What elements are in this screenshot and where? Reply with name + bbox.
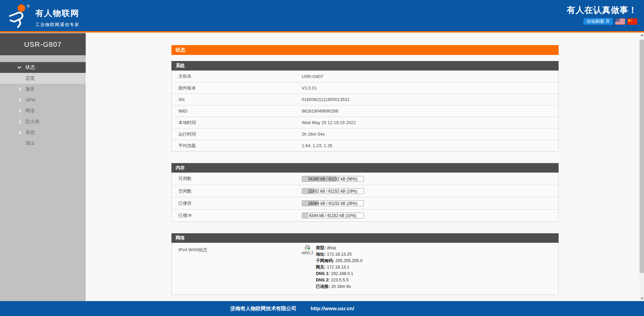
row-value: Wed May 25 12:19:19 2022 [302,120,356,125]
row-label: 已缓存 [172,200,302,206]
page-title: 状态 [171,45,559,55]
row-value: 1.64, 1.23, 1.25 [302,143,332,148]
memory-progress-bar: 11852 kB / 61152 kB (19%) [302,188,364,194]
cn-flag-icon[interactable] [627,18,637,25]
memory-progress-text: 6344 kB / 61152 kB (10%) [302,213,363,218]
scrollbar[interactable] [640,33,644,301]
row-label: IMEI [172,108,302,114]
row-value: V1.0.01 [302,85,317,91]
usr-person-logo-icon: ® [7,3,31,28]
sidebar-item-label: 防火墙 [25,119,40,125]
detail-value: 172.16.13.25 [327,252,352,257]
section-memory: 内存 可用数 34280 kB / 61152 kB (56%) 空闲数 118… [171,163,559,222]
sidebar-item-status[interactable]: 状态 [0,62,86,73]
section-network: 网络 IPv4 WAN状态 [171,233,559,295]
table-row: 固件版本 V1.0.01 [172,82,558,94]
row-label: 可用数 [172,176,302,182]
auto-refresh-toggle[interactable]: 自动刷新 开 [583,18,613,25]
sidebar-item-label: 状态 [25,64,35,71]
wan-detail-line: 已连接: 2h 16m 8s [316,283,362,290]
sidebar-item-label: 总览 [25,75,35,81]
section-memory-title: 内存 [171,163,559,173]
chevron-icon [17,87,21,91]
detail-label: 子网掩码: [316,258,334,263]
detail-label: 已连接: [316,284,330,289]
row-value: 2h 16m 54s [302,132,325,137]
row-label: 运行时间 [172,131,302,137]
memory-progress-bar: 6344 kB / 61152 kB (10%) [302,213,364,218]
sidebar-item-label: 退出 [25,140,35,146]
table-row: 可用数 34280 kB / 61152 kB (56%) [172,173,558,185]
sidebar-item-firewall[interactable]: 防火墙 [0,116,86,127]
scrollbar-down-arrow-icon[interactable] [640,296,644,301]
detail-value: 255.255.255.0 [335,258,362,263]
memory-progress-text: 16084 kB / 61152 kB (26%) [302,201,363,206]
memory-progress-bar: 16084 kB / 61152 kB (26%) [302,200,364,206]
memory-table: 可用数 34280 kB / 61152 kB (56%) 空闲数 11852 … [171,173,559,222]
ethernet-icon [305,245,311,250]
sidebar-item-system[interactable]: 系统 [0,127,86,138]
network-table: IPv4 WAN状态 eth0.2 [171,243,559,295]
row-label: 已缓冲 [172,213,302,219]
detail-label: 类型: [316,245,326,250]
memory-progress-bar: 34280 kB / 61152 kB (56%) [302,176,364,182]
table-row: IPv4 WAN状态 eth0.2 [172,243,558,295]
main-content: 状态 系统 主机名 USR-G807 固件版本 V1.0.01 SN 01600… [86,33,644,301]
logo-subtitle: 工业物联网通信专家 [35,22,80,28]
table-row: 已缓存 16084 kB / 61152 kB (26%) [172,197,558,209]
sidebar-item-overview[interactable]: 总览 [0,73,86,84]
row-label: IPv4 WAN状态 [172,245,302,253]
interface-label: eth0.2 [302,251,314,255]
table-row: SN 01600621111900013531 [172,94,558,105]
section-network-title: 网络 [171,233,559,243]
scrollbar-up-arrow-icon[interactable] [640,33,644,38]
footer: 济南有人物联网技术有限公司 http://www.usr.cn/ [0,301,644,316]
detail-value: 2h 16m 8s [331,284,351,289]
logo-title: 有人物联网 [35,8,80,19]
row-label: 本地时间 [172,120,302,126]
us-flag-icon[interactable] [615,18,625,25]
footer-company: 济南有人物联网技术有限公司 [230,305,296,312]
table-row: IMEI 862819049690266 [172,105,558,117]
sidebar-item-label: 系统 [25,130,35,136]
sidebar-item-network[interactable]: 网络 [0,105,86,116]
wan-detail-line: DNS 2: 223.5.5.5 [316,277,362,283]
wan-details: 类型: dhcp地址: 172.16.13.25子网掩码: 255.255.25… [316,245,362,290]
sidebar-item-services[interactable]: 服务 [0,84,86,95]
wan-detail-line: 类型: dhcp [316,245,362,251]
table-row: 空闲数 11852 kB / 61152 kB (19%) [172,185,558,197]
sidebar-menu: 状态 总览 服务 VPN 网络 防火墙 系统 退出 [0,62,86,149]
memory-progress-text: 11852 kB / 61152 kB (19%) [302,189,363,194]
sidebar-item-vpn[interactable]: VPN [0,95,86,105]
chevron-icon [17,131,21,134]
detail-value: 172.16.13.1 [327,265,349,270]
chevron-icon [17,65,21,68]
row-value: 01600621111900013531 [302,97,350,102]
row-value: USR-G807 [302,74,324,79]
logo-head [18,4,25,12]
header-right: 有人在认真做事！ 自动刷新 开 [567,4,637,25]
section-system: 系统 主机名 USR-G807 固件版本 V1.0.01 SN 01600621… [171,61,559,152]
brand-logo: ® 有人物联网 工业物联网通信专家 [7,3,80,28]
device-name: USR-G807 [0,33,86,55]
sidebar-item-label: 网络 [25,108,35,114]
sidebar-item-logout[interactable]: 退出 [0,138,86,149]
page: ® 有人物联网 工业物联网通信专家 有人在认真做事！ 自动刷新 开 [0,0,644,316]
sidebar-item-label: 服务 [25,86,35,92]
row-label: 固件版本 [172,85,302,91]
wan-detail-line: 地址: 172.16.13.25 [316,251,362,258]
row-label: SN [172,97,302,102]
wan-detail-line: 网关: 172.16.13.1 [316,264,362,271]
detail-label: 地址: [316,252,326,257]
wan-detail-line: DNS 1: 192.168.0.1 [316,271,362,277]
top-header: ® 有人物联网 工业物联网通信专家 有人在认真做事！ 自动刷新 开 [0,0,644,31]
chevron-icon [17,120,21,123]
detail-label: DNS 1: [316,271,330,276]
row-label: 平均负载 [172,143,302,149]
slogan-text: 有人在认真做事！ [567,4,637,16]
detail-value: dhcp [327,245,336,250]
footer-url-link[interactable]: http://www.usr.cn/ [311,305,354,312]
sidebar: USR-G807 状态 总览 服务 VPN 网络 防火墙 系统 退出 [0,33,86,301]
scrollbar-thumb[interactable] [640,40,644,273]
table-row: 运行时间 2h 16m 54s [172,128,558,140]
